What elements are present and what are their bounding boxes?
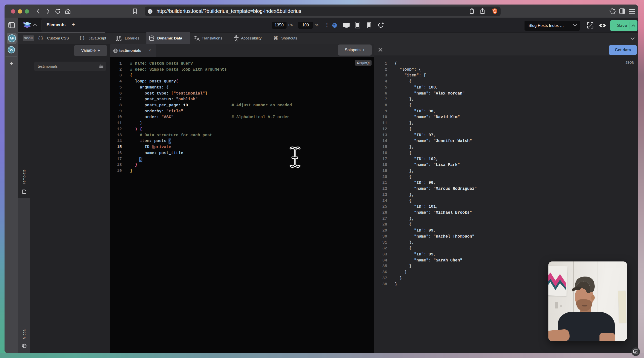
svg-text:W: W (10, 36, 14, 41)
svg-text:W: W (9, 48, 13, 52)
